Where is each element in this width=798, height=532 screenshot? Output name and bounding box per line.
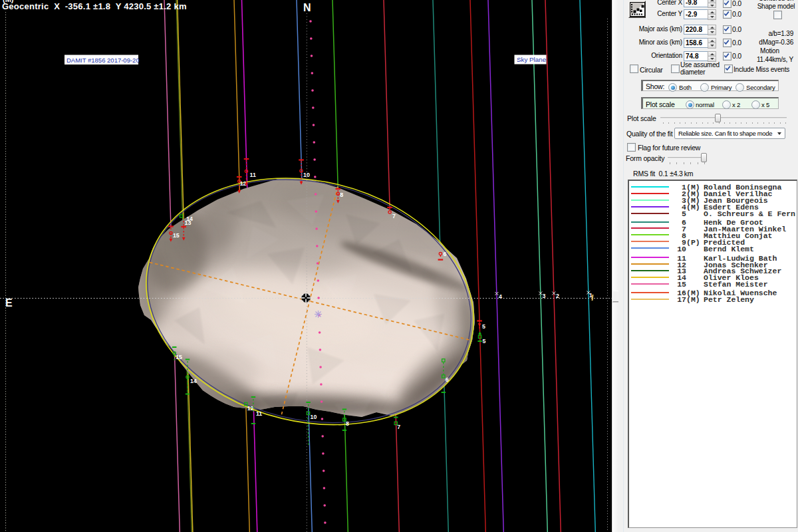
svg-text:Sky Plane: Sky Plane xyxy=(517,56,547,63)
svg-text:7: 7 xyxy=(392,213,396,219)
svg-text:6: 6 xyxy=(443,251,446,257)
svg-text:6: 6 xyxy=(446,376,449,383)
svg-text:DAMIT #1856 2017-09-20: DAMIT #1856 2017-09-20 xyxy=(66,57,140,64)
svg-text:8: 8 xyxy=(346,420,349,427)
svg-text:4: 4 xyxy=(499,293,502,300)
svg-text:3: 3 xyxy=(543,293,546,299)
svg-text:10: 10 xyxy=(311,414,317,420)
svg-text:10: 10 xyxy=(303,172,310,178)
svg-text:E: E xyxy=(5,297,13,309)
svg-text:5: 5 xyxy=(482,323,485,330)
svg-text:15: 15 xyxy=(176,354,182,360)
svg-text:11: 11 xyxy=(250,172,256,178)
svg-text:(M): (M) xyxy=(3,0,14,3)
svg-text:12: 12 xyxy=(247,405,254,412)
svg-text:13: 13 xyxy=(185,219,192,226)
svg-text:5: 5 xyxy=(483,338,486,344)
svg-text:Geocentric X -356.1 ±1.8 Y: Geocentric X -356.1 ±1.8 Y 4230.5 ±1.2 k… xyxy=(2,1,187,11)
svg-text:7: 7 xyxy=(397,424,400,430)
svg-text:14: 14 xyxy=(190,378,197,384)
svg-text:2: 2 xyxy=(556,293,559,299)
svg-text:15: 15 xyxy=(173,232,180,239)
svg-text:8: 8 xyxy=(340,192,343,198)
svg-text:N: N xyxy=(303,2,311,13)
svg-text:11: 11 xyxy=(256,410,262,417)
